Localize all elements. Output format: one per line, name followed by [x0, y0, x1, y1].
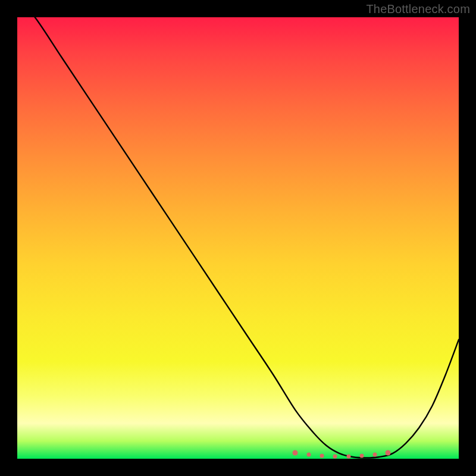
- watermark-text: TheBottleneck.com: [366, 2, 470, 16]
- dot: [386, 450, 391, 455]
- dot: [373, 452, 377, 456]
- dot: [293, 450, 298, 455]
- dot: [346, 455, 350, 459]
- min-band-dots: [17, 17, 459, 459]
- dot: [359, 453, 364, 458]
- dot: [333, 455, 337, 459]
- dot: [320, 453, 324, 458]
- plot-area: [17, 17, 459, 459]
- chart-frame: TheBottleneck.com: [0, 0, 476, 476]
- dot: [306, 452, 311, 456]
